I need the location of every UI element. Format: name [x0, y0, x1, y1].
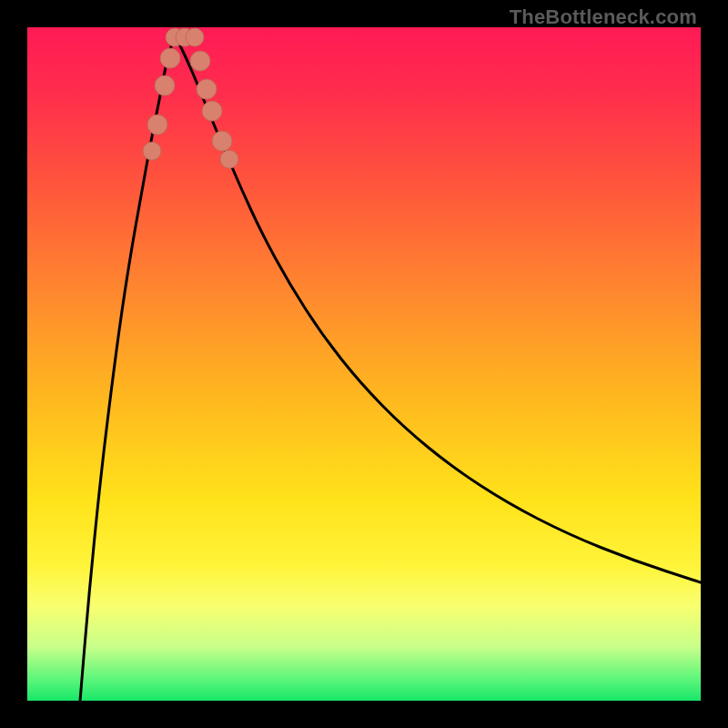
data-marker: [212, 131, 232, 151]
data-marker: [147, 115, 167, 135]
data-marker: [160, 48, 180, 68]
data-marker: [220, 150, 238, 168]
marker-group: [143, 28, 238, 168]
data-marker: [143, 142, 161, 160]
data-marker: [197, 79, 217, 99]
plot-area: [27, 27, 701, 701]
curve-right-branch: [175, 36, 701, 582]
attribution-label: TheBottleneck.com: [510, 5, 697, 29]
chart-frame: TheBottleneck.com: [0, 0, 728, 728]
data-marker: [186, 28, 204, 46]
data-marker: [190, 51, 210, 71]
data-marker: [202, 101, 222, 121]
curve-left-branch: [80, 36, 175, 701]
curve-layer: [27, 27, 701, 701]
data-marker: [155, 76, 175, 96]
